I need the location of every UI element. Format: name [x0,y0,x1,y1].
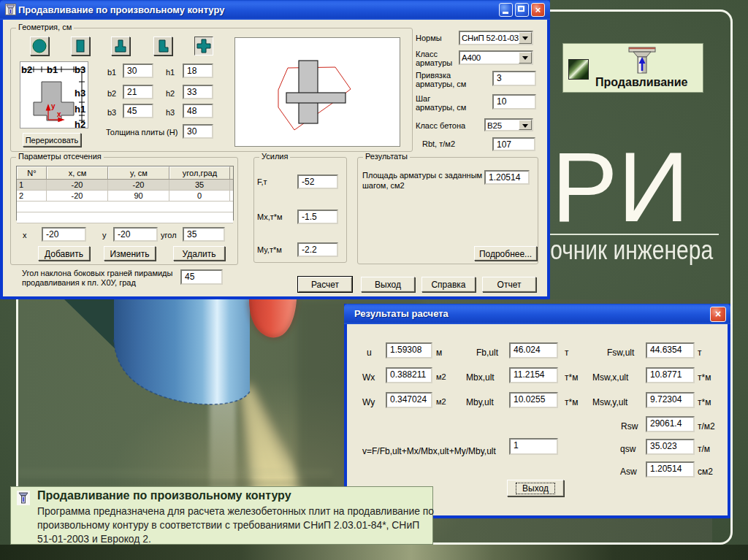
svg-text:b1: b1 [47,64,58,75]
svg-text:h2: h2 [75,119,85,128]
svg-text:b3: b3 [75,64,85,75]
svg-text:b2: b2 [21,64,32,75]
svg-text:y: y [51,102,56,110]
svg-text:h1: h1 [75,104,85,115]
svg-text:x: x [57,110,61,118]
svg-text:h3: h3 [75,88,85,99]
